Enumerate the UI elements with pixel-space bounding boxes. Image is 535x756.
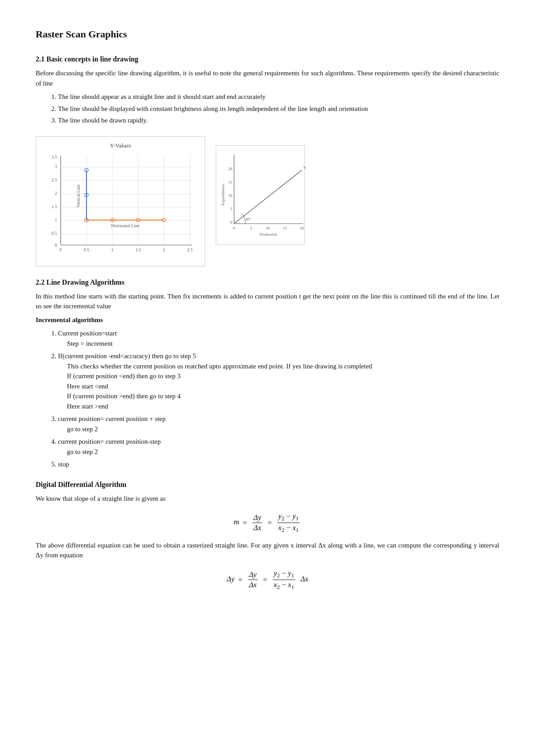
svg-text:0: 0 xyxy=(233,226,235,230)
dda-intro: We know that slope of a straight line is… xyxy=(36,494,499,504)
algo-list: Current position=start Step = increment … xyxy=(58,328,499,470)
svg-text:1.5: 1.5 xyxy=(136,247,141,252)
chart2-container: 0 5 10 15 20 0 5 10 15 20 Y=AE 45° xyxy=(216,145,305,245)
svg-text:5: 5 xyxy=(250,226,252,230)
svg-text:Y=AE: Y=AE xyxy=(303,165,305,170)
list-item: The line should be drawn rapidly. xyxy=(58,115,499,126)
section-21-list: The line should appear as a straight lin… xyxy=(58,92,499,126)
svg-text:15: 15 xyxy=(228,180,233,184)
dda-heading: Digital Differential Algorithm xyxy=(36,479,499,490)
dda-outro: The above differential equation can be u… xyxy=(36,540,499,560)
section-22-intro: In this method line starts with the star… xyxy=(36,291,499,311)
svg-text:3.5: 3.5 xyxy=(52,155,58,159)
chart1-title: Y-Values xyxy=(41,141,200,150)
algo-item-2: If(current position -end<accuracy) then … xyxy=(58,351,499,411)
svg-text:1: 1 xyxy=(111,247,114,252)
list-item: The line should appear as a straight lin… xyxy=(58,92,499,102)
svg-text:0: 0 xyxy=(60,247,62,252)
list-item: The line should be displayed with consta… xyxy=(58,104,499,114)
svg-text:2.5: 2.5 xyxy=(187,247,193,252)
algo-item-1: Current position=start Step = increment xyxy=(58,328,499,348)
svg-text:5: 5 xyxy=(230,207,233,211)
algo-item-5: stop xyxy=(58,459,499,470)
svg-text:Horizontal Line: Horizontal Line xyxy=(111,223,140,228)
svg-text:2: 2 xyxy=(55,191,57,196)
svg-text:Vertical Line: Vertical Line xyxy=(76,184,81,207)
svg-text:Expenditures: Expenditures xyxy=(221,184,225,205)
svg-text:10: 10 xyxy=(228,193,233,198)
svg-text:2: 2 xyxy=(163,247,165,252)
svg-text:0.5: 0.5 xyxy=(84,247,90,252)
algo-item-3: current position= current position + ste… xyxy=(58,414,499,434)
svg-text:0: 0 xyxy=(230,220,233,225)
svg-text:15: 15 xyxy=(283,226,288,230)
svg-text:20: 20 xyxy=(228,167,233,171)
svg-text:0: 0 xyxy=(55,243,57,248)
section-22-heading: 2.2 Line Drawing Algorithms xyxy=(36,277,499,288)
svg-text:3: 3 xyxy=(55,164,57,169)
svg-text:0.5: 0.5 xyxy=(52,231,58,236)
incremental-heading: Incremental algorithms xyxy=(36,315,499,325)
section-21-intro: Before discussing the specific line draw… xyxy=(36,68,499,88)
svg-text:Production: Production xyxy=(259,232,277,237)
svg-text:20: 20 xyxy=(300,226,305,230)
page-title: Raster Scan Graphics xyxy=(36,27,499,41)
section-21-heading: 2.1 Basic concepts in line drawing xyxy=(36,54,499,65)
formula-2: Δy = Δy Δx = y2 − y1 x2 − x1 Δx xyxy=(36,568,499,591)
chart1-svg: 0 0.5 1 1.5 2 2.5 3 3.5 0 0.5 1 1.5 2 2.… xyxy=(41,151,201,258)
svg-text:45°: 45° xyxy=(246,217,251,221)
chart1-container: Y-Values xyxy=(36,136,205,266)
chart2-svg: 0 5 10 15 20 0 5 10 15 20 Y=AE 45° xyxy=(221,150,305,237)
svg-text:1: 1 xyxy=(55,217,57,222)
algo-item-4: current position= current position-step … xyxy=(58,437,499,457)
svg-line-50 xyxy=(234,170,302,224)
svg-text:10: 10 xyxy=(266,226,271,230)
formula-1: m = Δy Δx = y2 − y1 x2 − x1 xyxy=(36,511,499,534)
charts-row: Y-Values xyxy=(36,136,499,266)
svg-text:1.5: 1.5 xyxy=(52,204,58,209)
svg-text:2.5: 2.5 xyxy=(52,177,58,182)
